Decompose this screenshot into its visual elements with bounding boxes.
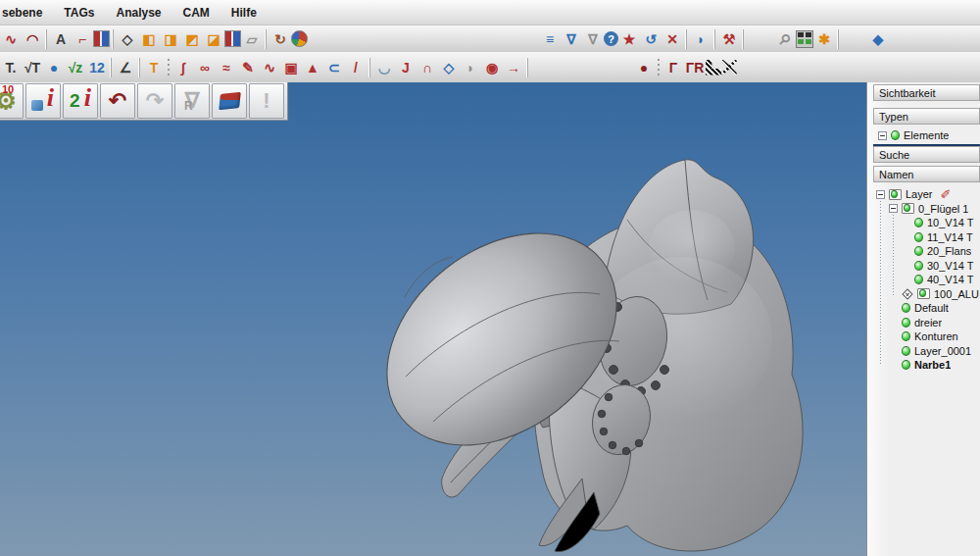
redo-button[interactable]: ↷ — [137, 83, 172, 119]
solid-box-button[interactable] — [212, 83, 247, 119]
layer-sheet-icon[interactable] — [889, 189, 902, 200]
striped-cone-icon[interactable]: ▲ — [302, 57, 323, 78]
surface-analysis-icon[interactable]: ● — [43, 57, 65, 78]
profile-face-icon[interactable]: ◗ — [460, 57, 481, 78]
gear-settings-button[interactable]: ⚙10 — [0, 83, 24, 119]
wire-sphere-icon[interactable]: ◉ — [481, 57, 503, 78]
corner-step-icon[interactable]: Γ — [662, 57, 684, 78]
filter-clear-icon[interactable]: ∇ — [582, 28, 604, 50]
columns-red-blue-icon[interactable] — [93, 30, 110, 47]
text-point-icon[interactable]: T. — [0, 57, 22, 78]
menu-item-hilfe[interactable]: Hilfe — [220, 6, 268, 20]
layer-tree-item-100-alu[interactable]: 100_ALU — [873, 287, 980, 302]
corner-pick-icon[interactable]: ΓR — [684, 57, 706, 78]
layer-tree-item-narbe1[interactable]: Narbe1 — [873, 358, 980, 373]
hatch-scissors-icon[interactable] — [721, 60, 737, 76]
curve-arrow-icon[interactable]: ⊂ — [323, 57, 345, 78]
panel-header-suche[interactable]: Suche — [873, 146, 980, 163]
hatch-corner-icon[interactable] — [706, 60, 721, 76]
visibility-bulb-icon[interactable] — [902, 303, 910, 313]
surface-quad-icon[interactable]: ◇ — [438, 57, 460, 78]
second-info-button[interactable]: 2i — [63, 83, 98, 119]
layer-tree-item-0-fl-gel-1[interactable]: 0_Flügel 1 — [873, 202, 980, 217]
layer-tree-item-30-v14-t[interactable]: 30_V14 T — [873, 259, 980, 274]
types-tree-item-elemente[interactable]: Elemente — [875, 128, 949, 143]
edit-pencil-icon[interactable]: ✐ — [941, 187, 952, 202]
pie-analysis-icon[interactable] — [291, 30, 308, 47]
layer-tree-item-20-flans[interactable]: 20_Flans — [873, 244, 980, 259]
menu-item-sebene[interactable]: sebene — [0, 6, 53, 20]
solid-columns-icon[interactable] — [224, 30, 241, 47]
push-arrow-icon[interactable]: → — [503, 57, 524, 78]
arc-bottom-icon[interactable]: ◡ — [373, 57, 395, 78]
visibility-bulb-icon[interactable] — [914, 246, 923, 256]
layer-tree-item-dreier[interactable]: dreier — [873, 316, 980, 330]
fillet-icon[interactable]: J — [395, 57, 416, 78]
edge-partial-icon[interactable]: ◆ — [867, 28, 889, 50]
curve-bundle-icon[interactable]: ∿ — [259, 57, 280, 78]
mesh-kite-icon[interactable]: ◇ — [117, 28, 138, 50]
visibility-bulb-icon[interactable] — [902, 360, 910, 370]
panel-header-typen[interactable]: Typen — [873, 108, 980, 125]
expander-collapse-icon[interactable] — [878, 131, 887, 140]
favorites-list-icon[interactable]: ★ — [618, 28, 640, 50]
layer-tree-item-40-v14-t[interactable]: 40_V14 T — [873, 273, 980, 287]
surface-revolve-icon[interactable]: ◩ — [181, 28, 203, 50]
visibility-bulb-icon[interactable] — [914, 232, 923, 242]
layer-sheet-icon[interactable] — [902, 203, 914, 214]
pencil-line-icon[interactable]: ✎ — [237, 57, 259, 78]
visibility-bulb-icon[interactable] — [902, 331, 910, 341]
visibility-bulb-icon[interactable] — [891, 130, 900, 140]
revert-blue-icon[interactable]: ↺ — [640, 28, 662, 50]
element-info-button[interactable]: i — [25, 83, 61, 119]
numbered-notes-icon[interactable]: 12 — [86, 57, 108, 78]
cad-model-propeller-hub[interactable] — [0, 82, 866, 556]
menu-item-analyse[interactable]: Analyse — [105, 6, 172, 20]
assistant-head-icon[interactable]: ? — [604, 31, 618, 46]
paint-sphere-icon[interactable]: ● — [633, 57, 655, 78]
layer-tree-item-11-v14-t[interactable]: 11_V14 T — [873, 230, 980, 245]
layer-tree-item-layer-0001[interactable]: Layer_0001 — [873, 344, 980, 359]
expander-collapse-icon[interactable] — [876, 190, 885, 199]
assembly-rotate-icon[interactable]: ↻ — [270, 28, 291, 50]
layer-tree-item-10-v14-t[interactable]: 10_V14 T — [873, 216, 980, 230]
xyz-check-icon[interactable]: √z — [65, 57, 86, 78]
layer-tree-item-konturen[interactable]: Konturen — [873, 329, 980, 344]
visibility-bulb-icon[interactable] — [902, 346, 910, 356]
arc-sketch-icon[interactable]: ◠ — [22, 28, 43, 50]
layer-sheet-icon[interactable] — [917, 288, 930, 299]
surface-sweep-icon[interactable]: ◧ — [138, 28, 160, 50]
angle-gauge-icon[interactable]: ∠ — [115, 57, 136, 78]
surface-loft-icon[interactable]: ◨ — [160, 28, 181, 50]
menu-item-tags[interactable]: TAGs — [53, 6, 105, 20]
filter-history-button[interactable]: ∇R — [174, 83, 210, 119]
transform-star-icon[interactable]: ✱ — [813, 28, 835, 50]
text-edit-icon[interactable]: T — [143, 57, 165, 78]
menu-item-cam[interactable]: CAM — [172, 6, 220, 20]
spline-sketch-icon[interactable]: ∿ — [0, 28, 22, 50]
element-list-icon[interactable]: ≡ — [539, 28, 561, 50]
text-root-icon[interactable]: √T — [22, 57, 43, 78]
visibility-bulb-icon[interactable] — [914, 261, 923, 271]
arc-top-icon[interactable]: ∩ — [416, 57, 438, 78]
layer-tree-item-default[interactable]: Default — [873, 301, 980, 316]
expander-diamond-icon[interactable] — [902, 288, 912, 299]
filter-fill-icon[interactable]: ∇ — [561, 28, 582, 50]
undo-button[interactable]: ↶ — [100, 83, 135, 119]
surface-trim-icon[interactable]: ◪ — [203, 28, 224, 50]
panel-header-namen[interactable]: Namen — [873, 166, 980, 182]
expander-collapse-icon[interactable] — [889, 204, 898, 213]
closed-curve-icon[interactable]: ∞ — [194, 57, 216, 78]
sheet-face-icon[interactable]: ▱ — [241, 28, 263, 50]
tangent-lines-icon[interactable]: / — [345, 57, 367, 78]
warning-button[interactable]: ! — [249, 83, 284, 119]
leader-line-icon[interactable]: ⌐ — [72, 28, 93, 50]
delete-element-icon[interactable]: ✕ — [662, 28, 683, 50]
spline-draw-icon[interactable]: ∫ — [172, 57, 194, 78]
visibility-bulb-icon[interactable] — [914, 275, 923, 284]
viewport-3d[interactable]: ⚙10i2i↶↷∇R! — [0, 82, 866, 556]
visibility-bulb-icon[interactable] — [914, 218, 923, 227]
dimension-note-icon[interactable]: A — [50, 28, 72, 50]
freeform-curve-icon[interactable]: ≈ — [216, 57, 237, 78]
bend-surface-icon[interactable]: ◗ — [690, 28, 711, 50]
